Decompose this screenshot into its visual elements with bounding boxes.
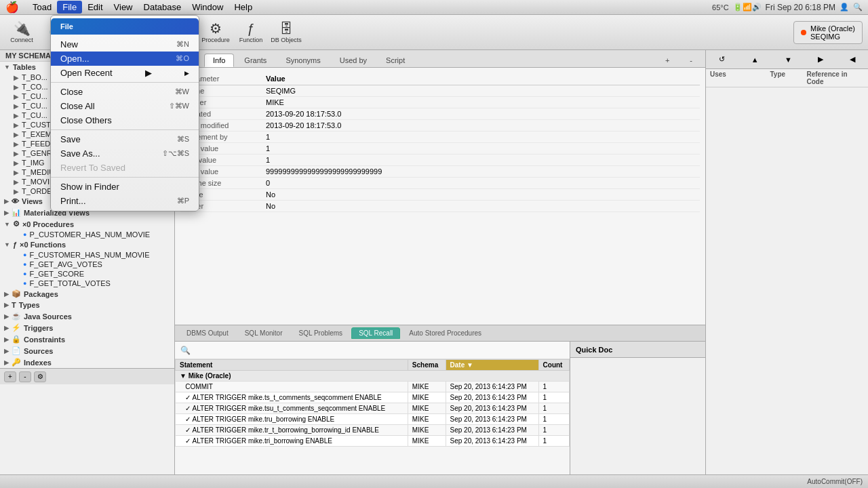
tab-sql-recall[interactable]: SQL Recall — [351, 327, 400, 339]
date-cell: Sep 20, 2013 6:14:23 PM — [446, 392, 538, 403]
sidebar-item-triggers[interactable]: ▶ ⚡ Triggers — [0, 322, 174, 333]
function-icon: ƒ — [247, 22, 254, 35]
list-item[interactable]: ● P_CUSTOMER_HAS_NUM_MOVIE — [0, 230, 174, 239]
java-arrow: ▶ — [4, 313, 9, 320]
search-icon[interactable]: 🔍 — [853, 3, 863, 12]
apple-menu[interactable]: 🍎 — [5, 1, 19, 14]
procs-icon: ⚙ — [13, 220, 20, 228]
function-button[interactable]: ƒ Function — [235, 18, 267, 47]
right-panel-filter[interactable]: ▲ — [746, 54, 764, 65]
results-container[interactable]: Statement Schema Date ▼ Count ▼ Mike (Or… — [175, 359, 570, 474]
indexes-label: Indexes — [24, 359, 52, 367]
statement-cell: ✓ ALTER TRIGGER mike.tru_borrowing ENABL… — [176, 414, 408, 425]
panel-collapse-button[interactable]: - — [681, 54, 701, 67]
table-row[interactable]: COMMIT MIKE Sep 20, 2013 6:14:23 PM 1 — [176, 382, 570, 392]
menu-header: File — [51, 18, 199, 35]
sidebar-item-functions[interactable]: ▼ ƒ ×0 Functions — [0, 239, 174, 250]
table-row[interactable]: ✓ ALTER TRIGGER mike.tru_borrowing ENABL… — [176, 414, 570, 425]
list-item[interactable]: ● F_GET_TOTAL_VOTES — [0, 279, 174, 288]
menu-item-open-recent[interactable]: Open Recent ▶ — [51, 66, 199, 80]
list-item[interactable]: ● F_GET_AVG_VOTES — [0, 260, 174, 269]
menu-toad[interactable]: Toad — [27, 1, 57, 14]
table-row[interactable]: ✓ ALTER TRIGGER mike.tsu_t_comments_seqc… — [176, 403, 570, 414]
menu-item-open[interactable]: Open... ⌘O — [51, 52, 199, 66]
panel-expand-button[interactable]: + — [656, 54, 678, 67]
menu-view[interactable]: View — [108, 1, 138, 14]
tab-synonyms[interactable]: Synonyms — [277, 54, 329, 67]
sidebar-item-procedures[interactable]: ▼ ⚙ ×0 Procedures — [0, 218, 174, 230]
col-schema: Schema — [408, 360, 446, 371]
sidebar-item-sources[interactable]: ▶ 📄 Sources — [0, 345, 174, 357]
connection-indicator: Mike (Oracle) SEQIMG — [793, 21, 863, 44]
date-cell: Sep 20, 2013 6:14:23 PM — [446, 382, 538, 392]
matviews-icon: 📊 — [12, 208, 21, 217]
tab-used-by[interactable]: Used by — [331, 54, 376, 67]
right-panel-refresh[interactable]: ↺ — [713, 54, 730, 65]
menu-save-as-shortcut: ⇧⌥⌘S — [162, 149, 189, 158]
sidebar-add-button[interactable]: + — [4, 371, 16, 382]
procedure-button[interactable]: ⚙ Procedure — [199, 18, 232, 47]
menu-new-shortcut: ⌘N — [176, 40, 189, 49]
menu-item-show-finder[interactable]: Show in Finder — [51, 180, 199, 194]
sidebar-item-indexes[interactable]: ▶ 🔑 Indexes — [0, 357, 174, 368]
menu-item-print[interactable]: Print... ⌘P — [51, 194, 199, 208]
date-cell: Sep 20, 2013 6:14:23 PM — [446, 436, 538, 447]
tab-dbms-output[interactable]: DBMS Output — [179, 327, 236, 339]
right-panel-prev[interactable]: ◀ — [844, 54, 861, 65]
menu-item-close-others[interactable]: Close Others — [51, 113, 199, 127]
col-uses: Uses — [710, 70, 768, 85]
menu-save-shortcut: ⌘S — [177, 135, 189, 144]
sidebar-item-packages[interactable]: ▶ 📦 Packages — [0, 288, 174, 300]
right-panel-sort[interactable]: ▼ — [779, 54, 797, 65]
tab-sql-problems[interactable]: SQL Problems — [291, 327, 350, 339]
tab-script[interactable]: Script — [377, 54, 414, 67]
tables-label: Tables — [13, 63, 36, 71]
connect-button[interactable]: 🔌 Connect — [5, 18, 38, 47]
sidebar-remove-button[interactable]: - — [19, 371, 31, 382]
menu-item-close[interactable]: Close ⌘W — [51, 85, 199, 99]
menu-edit[interactable]: Edit — [82, 1, 108, 14]
menu-item-close-all[interactable]: Close All ⇧⌘W — [51, 99, 199, 113]
param-minval-value: 1 — [262, 155, 700, 166]
statement-cell: ✓ ALTER TRIGGER mike.ts_t_comments_seqco… — [176, 392, 408, 403]
schema-cell: MIKE — [408, 403, 446, 414]
right-panel-next[interactable]: ▶ — [812, 54, 829, 65]
sidebar-settings-button[interactable]: ⚙ — [34, 371, 46, 382]
table-row[interactable]: ✓ ALTER TRIGGER mike.ts_t_comments_seqco… — [176, 392, 570, 403]
menu-header-title: File — [60, 22, 73, 30]
sidebar-item-java-sources[interactable]: ▶ ☕ Java Sources — [0, 310, 174, 322]
sidebar-item-constraints[interactable]: ▶ 🔒 Constraints — [0, 333, 174, 345]
table-row: Cycle No — [180, 189, 700, 201]
menu-close-others-label: Close Others — [60, 115, 112, 125]
param-owner-value: MIKE — [262, 97, 700, 108]
tab-sql-monitor[interactable]: SQL Monitor — [237, 327, 290, 339]
menubar-right: 65°C 🔋📶🔊 Fri Sep 20 6:18 PM 👤 🔍 — [712, 3, 863, 12]
triggers-icon: ⚡ — [12, 323, 21, 332]
table-row[interactable]: ✓ ALTER TRIGGER mike.tr_t_borrowing_borr… — [176, 425, 570, 436]
menu-window[interactable]: Window — [186, 1, 229, 14]
sources-icon: 📄 — [12, 346, 21, 355]
table-row[interactable]: ✓ ALTER TRIGGER mike.tri_borrowing ENABL… — [176, 436, 570, 447]
sql-content: 🔍 Statement Schema Date ▼ Count — [175, 342, 705, 474]
clock: Fri Sep 20 6:18 PM — [766, 3, 835, 12]
menu-item-new[interactable]: New ⌘N — [51, 37, 199, 52]
tab-grants[interactable]: Grants — [235, 54, 275, 67]
menu-item-save-as[interactable]: Save As... ⇧⌥⌘S — [51, 146, 199, 161]
menu-item-save[interactable]: Save ⌘S — [51, 132, 199, 146]
connection-name: Mike (Oracle) — [810, 24, 855, 33]
connection-dot — [801, 30, 806, 35]
menu-file[interactable]: File — [57, 1, 82, 14]
list-item[interactable]: ● F_GET_SCORE — [0, 269, 174, 279]
results-table: Statement Schema Date ▼ Count ▼ Mike (Or… — [175, 359, 570, 447]
list-item[interactable]: ● F_CUSTOMER_HAS_NUM_MOVIE — [0, 250, 174, 260]
matviews-arrow: ▶ — [4, 209, 9, 216]
tables-arrow: ▼ — [4, 64, 10, 70]
sidebar-item-types[interactable]: ▶ T Types — [0, 300, 174, 310]
col-date[interactable]: Date ▼ — [446, 360, 538, 371]
menu-database[interactable]: Database — [138, 1, 187, 14]
tab-info[interactable]: Info — [204, 54, 234, 67]
menu-separator-1 — [51, 82, 199, 83]
dbobjects-button[interactable]: 🗄 DB Objects — [270, 18, 302, 47]
menu-help[interactable]: Help — [229, 1, 258, 14]
tab-auto-stored[interactable]: Auto Stored Procedures — [401, 327, 489, 339]
